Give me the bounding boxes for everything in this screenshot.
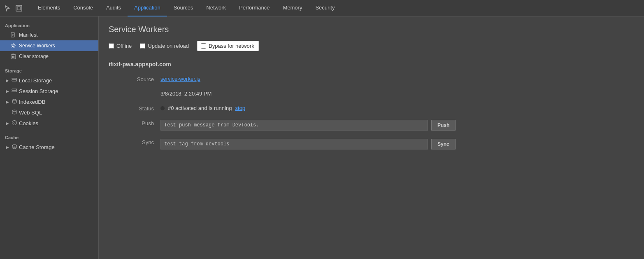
sidebar-item-service-workers[interactable]: Service Workers xyxy=(0,40,98,51)
tab-audits[interactable]: Audits xyxy=(100,0,128,16)
status-row: Status #0 activated and is running stop xyxy=(133,105,634,112)
cache-section-header: Cache xyxy=(0,132,98,142)
toolbar-icons xyxy=(3,4,23,12)
tab-bar: Elements Console Audits Application Sour… xyxy=(0,0,644,16)
session-storage-icon xyxy=(12,88,17,95)
svg-point-26 xyxy=(15,121,16,122)
options-row: Offline Update on reload Bypass for netw… xyxy=(109,41,634,51)
update-on-reload-checkbox[interactable] xyxy=(140,43,145,49)
offline-label: Offline xyxy=(116,43,132,49)
sidebar-item-local-storage[interactable]: ▶ Local Storage xyxy=(0,75,98,86)
session-storage-label: Session Storage xyxy=(19,88,58,94)
push-input-row: Push xyxy=(160,120,456,131)
sync-row: Sync Sync xyxy=(133,139,634,149)
sync-input[interactable] xyxy=(160,139,428,149)
main-layout: Application Manifest Service W xyxy=(0,16,644,259)
source-link[interactable]: service-worker.js xyxy=(160,76,200,82)
svg-point-20 xyxy=(16,91,17,91)
tab-console[interactable]: Console xyxy=(67,0,100,16)
manifest-label: Manifest xyxy=(19,32,37,38)
indexeddb-icon xyxy=(12,98,17,105)
sidebar-item-session-storage[interactable]: ▶ Session Storage xyxy=(0,86,98,96)
svg-point-19 xyxy=(16,89,17,90)
sidebar: Application Manifest Service W xyxy=(0,16,99,259)
document-icon xyxy=(10,32,16,38)
sync-label: Sync xyxy=(133,139,154,145)
tab-security[interactable]: Security xyxy=(309,0,341,16)
received-row: 3/8/2018, 2:20:49 PM xyxy=(133,91,634,97)
indexeddb-label: IndexedDB xyxy=(19,99,45,105)
push-input[interactable] xyxy=(160,120,428,131)
sidebar-item-cache-storage[interactable]: ▶ Cache Storage xyxy=(0,142,98,152)
application-section-header: Application xyxy=(0,20,98,30)
offline-checkbox-label[interactable]: Offline xyxy=(109,43,132,49)
cache-storage-label: Cache Storage xyxy=(19,144,55,150)
sync-button[interactable]: Sync xyxy=(431,139,456,149)
tab-elements[interactable]: Elements xyxy=(31,0,67,16)
page-title: Service Workers xyxy=(109,25,634,34)
svg-point-16 xyxy=(16,80,17,81)
local-storage-label: Local Storage xyxy=(19,77,52,84)
svg-point-6 xyxy=(12,45,14,47)
push-label: Push xyxy=(133,120,154,126)
gear-icon xyxy=(10,42,16,49)
svg-point-24 xyxy=(13,122,14,123)
svg-point-25 xyxy=(14,123,15,124)
tab-sources[interactable]: Sources xyxy=(167,0,200,16)
trash-icon xyxy=(10,53,16,60)
domain-name: ifixit-pwa.appspot.com xyxy=(109,61,634,68)
svg-point-27 xyxy=(12,145,16,146)
cache-storage-icon xyxy=(12,144,17,151)
update-on-reload-label: Update on reload xyxy=(148,43,189,49)
clear-storage-label: Clear storage xyxy=(19,54,49,59)
source-row: Source service-worker.js xyxy=(133,76,634,82)
svg-point-23 xyxy=(12,120,17,125)
status-text: #0 activated and is running xyxy=(168,105,232,111)
svg-rect-0 xyxy=(16,5,22,11)
tab-network[interactable]: Network xyxy=(200,0,232,16)
source-label: Source xyxy=(133,76,154,82)
tab-performance[interactable]: Performance xyxy=(232,0,276,16)
expand-arrow-local-storage: ▶ xyxy=(5,78,10,83)
worker-details: Source service-worker.js 3/8/2018, 2:20:… xyxy=(109,76,634,149)
received-value: 3/8/2018, 2:20:49 PM xyxy=(160,91,212,97)
status-label: Status xyxy=(133,105,154,112)
sidebar-item-clear-storage[interactable]: Clear storage xyxy=(0,51,98,62)
received-label-spacer xyxy=(133,91,154,91)
status-content: #0 activated and is running stop xyxy=(160,105,245,111)
expand-arrow-cache-storage: ▶ xyxy=(5,145,10,149)
tab-memory[interactable]: Memory xyxy=(276,0,309,16)
svg-rect-9 xyxy=(12,54,14,55)
bypass-for-network-label: Bypass for network xyxy=(209,43,254,49)
cookies-icon xyxy=(12,120,17,127)
expand-arrow-cookies: ▶ xyxy=(5,121,10,126)
stop-link[interactable]: stop xyxy=(235,105,245,111)
push-button[interactable]: Push xyxy=(431,120,456,131)
status-dot xyxy=(160,106,165,110)
sync-input-row: Sync xyxy=(160,139,456,149)
inspect-icon[interactable] xyxy=(15,4,23,12)
cookies-label: Cookies xyxy=(19,120,38,126)
web-sql-label: Web SQL xyxy=(19,110,42,116)
expand-arrow-session-storage: ▶ xyxy=(5,89,10,93)
local-storage-icon xyxy=(12,77,17,84)
bypass-for-network-wrapper[interactable]: Bypass for network xyxy=(197,41,259,51)
svg-point-15 xyxy=(16,78,17,79)
svg-rect-1 xyxy=(17,7,21,10)
tab-application[interactable]: Application xyxy=(128,0,167,16)
expand-arrow-indexeddb: ▶ xyxy=(5,99,10,104)
sidebar-item-manifest[interactable]: Manifest xyxy=(0,30,98,40)
sidebar-item-indexeddb[interactable]: ▶ IndexedDB xyxy=(0,96,98,107)
svg-point-22 xyxy=(12,110,16,112)
service-workers-label: Service Workers xyxy=(19,43,55,49)
web-sql-icon xyxy=(12,109,17,116)
storage-section-header: Storage xyxy=(0,65,98,75)
update-on-reload-checkbox-label[interactable]: Update on reload xyxy=(140,43,189,49)
offline-checkbox[interactable] xyxy=(109,43,114,49)
bypass-for-network-checkbox[interactable] xyxy=(201,43,206,49)
sidebar-item-web-sql[interactable]: Web SQL xyxy=(0,107,98,118)
sidebar-item-cookies[interactable]: ▶ Cookies xyxy=(0,118,98,128)
svg-point-21 xyxy=(12,99,16,101)
content-area: Service Workers Offline Update on reload… xyxy=(99,16,644,259)
cursor-icon[interactable] xyxy=(3,4,12,12)
